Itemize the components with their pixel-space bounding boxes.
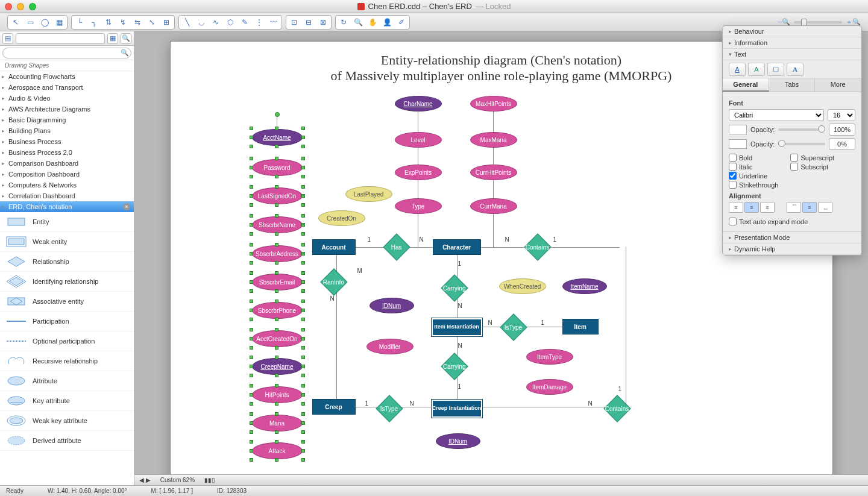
align-left-button[interactable]: ≡ (729, 202, 743, 213)
library-group[interactable]: Aerospace and Transport (0, 82, 134, 93)
search-toggle-icon[interactable]: 🔍 (121, 33, 131, 44)
lock-tool-icon[interactable]: ⊠ (316, 17, 330, 28)
selection-handles[interactable] (250, 328, 305, 350)
close-icon[interactable]: × (123, 203, 130, 210)
shape-row[interactable]: Derived attribute (0, 431, 134, 451)
diagram-node[interactable]: Item Instantiation (431, 318, 483, 337)
shape-row[interactable]: Identifying relationship (0, 272, 134, 292)
diagram-node[interactable]: IsType (500, 313, 527, 341)
bg-color-swatch[interactable] (729, 139, 747, 149)
pages-icon[interactable]: ▮▮▯ (204, 477, 215, 483)
tab-general[interactable]: General (723, 78, 769, 92)
underline-style-icon[interactable]: A (729, 63, 746, 76)
diagram-node[interactable]: Creep Instantiation (431, 399, 483, 418)
diagram-node[interactable]: CharName (395, 96, 442, 111)
font-select[interactable]: Calibri (729, 109, 824, 121)
diagram-node[interactable]: LastPlayed (345, 186, 392, 202)
diagram-node[interactable]: Modifier (366, 339, 414, 354)
diagram-node[interactable]: ItemName (562, 278, 607, 294)
text-color-swatch[interactable] (729, 125, 747, 134)
diagram-node[interactable]: Character (433, 239, 481, 255)
page-nav-icon[interactable]: ◀ ▶ (139, 477, 151, 483)
selection-handles[interactable] (250, 300, 305, 321)
diagram-node[interactable]: IsType (376, 395, 403, 422)
diagram-node[interactable]: Level (395, 132, 442, 148)
auto-expand-checkbox[interactable]: Text auto expand mode (729, 218, 855, 225)
library-group[interactable]: Composition Dashboard (0, 169, 134, 180)
library-group-active[interactable]: ERD, Chen's notation × (0, 201, 134, 212)
diagram-node[interactable]: Carrying (441, 274, 468, 301)
tab-tabs[interactable]: Tabs (769, 78, 816, 92)
library-group[interactable]: Basic Diagramming (0, 115, 134, 125)
bg-opacity-value[interactable]: 0% (829, 138, 855, 150)
diagram-node[interactable]: CurrHitPoints (470, 165, 517, 180)
selection-handles[interactable] (250, 185, 305, 207)
text-opacity-slider[interactable] (778, 128, 825, 131)
valign-bottom-button[interactable]: ⎵ (818, 202, 832, 213)
table-tool-icon[interactable]: ▦ (52, 17, 66, 28)
box-icon[interactable]: ▢ (767, 63, 784, 76)
connector4-tool-icon[interactable]: ↯ (116, 17, 130, 28)
shape-row[interactable]: Weak entity (0, 232, 134, 252)
text-opacity-value[interactable]: 100% (829, 124, 855, 136)
font-icon[interactable]: A (787, 63, 804, 76)
align-center-button[interactable]: ≡ (744, 202, 759, 213)
text-effect-icon[interactable]: A (748, 63, 765, 76)
library-group[interactable]: Computers & Networks (0, 180, 134, 190)
shape-row[interactable]: Attribute (0, 371, 134, 391)
panel-section-text[interactable]: ▾Text (723, 49, 861, 60)
diagram-node[interactable]: ExpPoints (395, 165, 442, 180)
selection-handles[interactable] (250, 127, 305, 148)
diagram-node[interactable]: Item (562, 319, 599, 334)
diagram-node[interactable]: Carrying (441, 353, 468, 380)
diagram-node[interactable]: MaxHitPoints (470, 96, 517, 111)
library-group[interactable]: Accounting Flowcharts (0, 71, 134, 82)
shape-row[interactable]: Entity (0, 212, 134, 232)
diagram-node[interactable]: MaxMana (470, 132, 517, 148)
diagram-node[interactable]: IDNum (436, 433, 480, 449)
panel-section-presentation[interactable]: ▸Presentation Mode (723, 232, 861, 243)
valign-middle-button[interactable]: ≡ (802, 202, 817, 213)
eyedropper-icon[interactable]: ✐ (395, 17, 408, 28)
ungroup-tool-icon[interactable]: ⊟ (302, 17, 315, 28)
grid-view-icon[interactable]: ▦ (107, 33, 118, 44)
rect-tool-icon[interactable]: ▭ (24, 17, 37, 28)
library-name-input[interactable] (16, 33, 105, 44)
selection-handles[interactable] (250, 271, 305, 293)
italic-checkbox[interactable]: Italic (729, 163, 778, 171)
diagram-node[interactable]: Contains (603, 395, 631, 422)
diagram-node[interactable]: Creep (312, 399, 356, 415)
poly-tool-icon[interactable]: ⬡ (224, 17, 237, 28)
pointer-tool-icon[interactable]: ↖ (9, 17, 22, 28)
connector5-tool-icon[interactable]: ⇆ (131, 17, 144, 28)
selection-handles[interactable] (250, 384, 305, 406)
strikethrough-checkbox[interactable]: Strikethrough (729, 181, 778, 189)
selection-handles[interactable] (250, 440, 305, 462)
line-tool-icon[interactable]: ╲ (180, 17, 193, 28)
panel-section-behaviour[interactable]: ▸Behaviour (723, 26, 861, 37)
library-group[interactable]: Business Process 2,0 (0, 147, 134, 158)
shape-row[interactable]: Optional participation (0, 331, 134, 351)
selection-handles[interactable] (250, 412, 305, 434)
subscript-checkbox[interactable]: Subscript (790, 163, 834, 171)
group-tool-icon[interactable]: ⊡ (288, 17, 301, 28)
pen-tool-icon[interactable]: ✎ (238, 17, 251, 28)
diagram-node[interactable]: Account (312, 239, 356, 255)
bg-opacity-slider[interactable] (778, 143, 825, 145)
valign-top-button[interactable]: ⎴ (787, 202, 801, 213)
panel-section-dynamic-help[interactable]: ▸Dynamic Help (723, 243, 861, 255)
connector7-tool-icon[interactable]: ⊞ (160, 17, 173, 28)
diagram-node[interactable]: WhenCreated (499, 278, 546, 294)
connector-tool-icon[interactable]: └ (73, 17, 86, 28)
shape-row[interactable]: Key attribute (0, 391, 134, 411)
library-group[interactable]: Correlation Dashboard (0, 190, 134, 201)
selection-handles[interactable] (250, 214, 305, 236)
diagram-node[interactable]: Type (395, 198, 442, 214)
tab-more[interactable]: More (815, 78, 861, 92)
search-input[interactable] (2, 48, 131, 58)
person-tool-icon[interactable]: 👤 (380, 17, 394, 28)
diagram-node[interactable]: CreatedOn (318, 210, 365, 226)
shape-row[interactable]: Participation (0, 312, 134, 331)
bold-checkbox[interactable]: Bold (729, 154, 778, 162)
zoom-tool-icon[interactable]: 🔍 (351, 17, 365, 28)
